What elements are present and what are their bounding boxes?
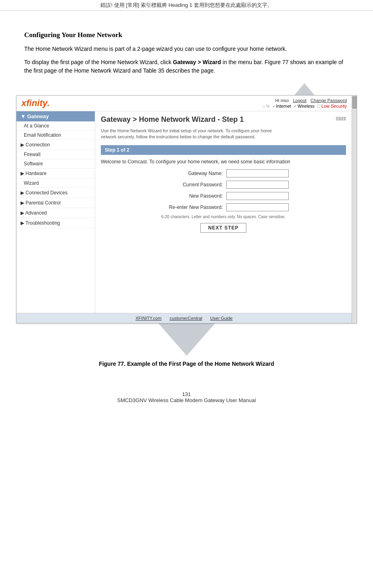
next-step-button[interactable]: NEXT STEP <box>200 223 246 233</box>
paragraph-1: The Home Network Wizard menu is part of … <box>24 45 349 53</box>
intro-text: Use the Home Network Wizard for initial … <box>101 128 346 140</box>
reenter-password-input[interactable] <box>226 203 289 211</box>
scrollbar[interactable] <box>352 96 356 323</box>
low-security-status: ☐ Low Security <box>317 104 347 108</box>
page-footer: 131 SMCD3GNV Wireless Cable Modem Gatewa… <box>24 391 349 403</box>
sidebar-item-firewall[interactable]: Firewall <box>17 150 95 159</box>
logout-link[interactable]: Logout <box>293 98 306 103</box>
ui-content-area: more Gateway > Home Network Wizard - Ste… <box>95 111 352 313</box>
sidebar-item-wizard[interactable]: Wizard <box>17 179 95 188</box>
welcome-text: Welcome to Comcast. To configure your ho… <box>101 159 346 165</box>
form-row-new-password: New Password: <box>101 192 346 200</box>
page-content: Configuring Your Home Network The Home N… <box>0 11 373 427</box>
gateway-name-label: Gateway Name: <box>158 171 223 176</box>
scrollbar-thumb[interactable] <box>352 96 356 108</box>
arrow-down-decoration <box>158 323 215 356</box>
hi-label: Hi mso <box>275 98 289 103</box>
topbar-right: Hi mso Logout Change Password <box>275 98 347 103</box>
reenter-password-label: Re-enter New Password: <box>158 204 223 210</box>
sidebar-item-advanced[interactable]: ▶ Advanced <box>17 208 95 218</box>
ui-frame: xfinity. Hi mso Logout Change Password □… <box>16 95 357 323</box>
sidebar-item-connection[interactable]: ▶ Connection <box>17 140 95 150</box>
battery-icon: □ % <box>263 104 270 108</box>
sidebar-item-software[interactable]: Software <box>17 159 95 169</box>
change-password-link[interactable]: Change Password <box>310 98 347 103</box>
content-title: Gateway > Home Network Wizard - Step 1 <box>101 115 346 124</box>
ui-main: ▼ Gateway At a Glance Email Notification… <box>17 111 352 313</box>
wireless-status: ✓ Wireless <box>294 104 315 108</box>
footer-xfinity-link[interactable]: XFINITY.com <box>135 316 162 321</box>
section-heading: Configuring Your Home Network <box>24 31 349 39</box>
sidebar-item-connected-devices[interactable]: ▶ Connected Devices <box>17 188 95 198</box>
screenshot-wrapper: xfinity. Hi mso Logout Change Password □… <box>24 83 349 356</box>
paragraph-2: To display the first page of the Home Ne… <box>24 58 349 75</box>
password-note: 6-20 characters. Letter and numbers only… <box>101 215 346 219</box>
form-row-current-password: Current Password: <box>101 181 346 189</box>
document-name: SMCD3GNV Wireless Cable Modem Gateway Us… <box>24 397 349 403</box>
ui-footer: XFINITY.com customerCentral User Guide <box>17 313 352 323</box>
step-label: Step 1 of 2 <box>101 145 346 155</box>
footer-customer-central-link[interactable]: customerCentral <box>170 316 202 321</box>
ui-sidebar: ▼ Gateway At a Glance Email Notification… <box>17 111 95 313</box>
ui-topbar: xfinity. Hi mso Logout Change Password □… <box>17 96 352 111</box>
form-row-reenter-password: Re-enter New Password: <box>101 203 346 211</box>
gateway-name-input[interactable] <box>226 169 289 177</box>
new-password-label: New Password: <box>158 193 223 199</box>
current-password-input[interactable] <box>226 181 289 189</box>
sidebar-item-email-notification[interactable]: Email Notification <box>17 131 95 140</box>
figure-caption: Figure 77. Example of the First Page of … <box>24 361 349 367</box>
error-bar: 錯誤! 使用 [常用] 索引標籤將 Heading 1 套用到您想要在此處顯示的… <box>0 0 373 11</box>
status-row: □ % ✓ Internet ✓ Wireless <box>263 104 347 108</box>
sidebar-item-troubleshooting[interactable]: ▶ Troubleshooting <box>17 218 95 228</box>
sidebar-item-hardware[interactable]: ▶ Hardware <box>17 169 95 179</box>
wizard-form: Gateway Name: Current Password: New Pass… <box>101 169 346 233</box>
page-number: 131 <box>24 391 349 397</box>
more-link[interactable]: more <box>336 115 346 120</box>
sidebar-item-parental-control[interactable]: ▶ Parental Control <box>17 198 95 208</box>
form-row-gateway-name: Gateway Name: <box>101 169 346 177</box>
footer-user-guide-link[interactable]: User Guide <box>210 316 233 321</box>
xfinity-logo: xfinity. <box>21 98 50 108</box>
current-password-label: Current Password: <box>158 182 223 188</box>
new-password-input[interactable] <box>226 192 289 200</box>
sidebar-gateway[interactable]: ▼ Gateway <box>17 111 95 121</box>
sidebar-item-at-a-glance[interactable]: At a Glance <box>17 121 95 131</box>
internet-status: ✓ Internet <box>272 104 291 108</box>
